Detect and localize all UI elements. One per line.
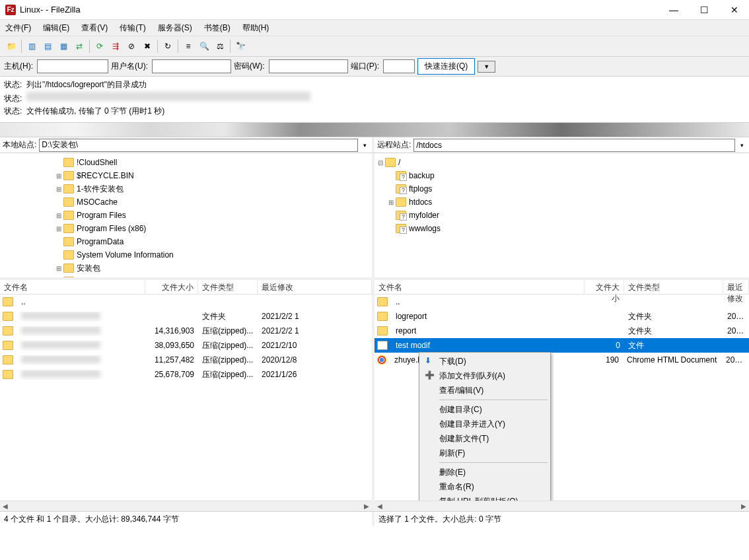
tree-item[interactable]: ⊞1-软件安装包 [1,182,371,195]
col-size[interactable]: 文件大小 [585,280,624,294]
status-label: 状态: [4,80,22,89]
compare-icon[interactable]: ⚖ [213,39,227,53]
file-row[interactable]: logreport文件夹2021/1/4 13:17:00 [374,309,749,324]
maximize-button[interactable]: ☐ [695,3,713,17]
menu-item[interactable]: 文件(F) [3,21,34,35]
remote-tree[interactable]: ⊟/backupftplogs⊞htdocsmyfolderwwwlogs [374,153,749,277]
file-name: logreport [392,312,585,321]
remote-site-input[interactable] [413,139,735,152]
local-list-header[interactable]: 文件名 文件大小 文件类型 最近修改 [0,280,372,295]
context-menu-item[interactable]: 删除(E) [421,465,549,479]
filter-icon[interactable]: ≡ [181,39,196,53]
context-menu-item[interactable]: 复制 URL 到剪贴板(O) [421,494,549,501]
menu-item[interactable]: 帮助(H) [240,21,272,35]
reconnect-icon[interactable]: ↻ [160,39,175,53]
port-input[interactable] [383,59,415,73]
toggle-queue-icon[interactable]: ▦ [56,39,71,53]
col-modified[interactable]: 最近修改 [723,280,749,294]
expand-icon[interactable]: ⊞ [54,265,63,272]
remote-hscrollbar[interactable]: ◀▶ [374,501,749,511]
file-row[interactable]: 38,093,650压缩(zipped)...2021/2/10 [0,338,372,353]
context-menu-item[interactable]: ⬇下载(D) [421,354,549,368]
local-hscrollbar[interactable]: ◀▶ [0,501,372,511]
pass-input[interactable] [269,59,348,73]
context-menu-item[interactable]: ➕添加文件到队列(A) [421,368,549,383]
tree-item[interactable]: backup [376,169,748,182]
file-row[interactable]: report文件夹2021/1/4 13:17:00 [374,324,749,338]
transfer-queue-tabs[interactable] [0,123,749,137]
menu-item[interactable]: 查看(V) [79,21,110,35]
context-menu-item[interactable]: 创建目录(C) [421,402,549,417]
col-name[interactable]: 文件名 [374,280,585,294]
expand-icon[interactable]: ⊞ [54,186,63,193]
local-file-list[interactable]: 文件名 文件大小 文件类型 最近修改 ..文件夹2021/2/2 114,316… [0,280,374,511]
expand-icon[interactable]: ⊞ [54,225,63,232]
col-type[interactable]: 文件类型 [624,280,723,294]
expand-icon[interactable]: ⊞ [386,199,396,206]
file-row[interactable]: .. [374,295,749,309]
file-type: 压缩(zipped)... [198,355,258,366]
context-menu-item[interactable]: 创建新文件(T) [421,431,549,446]
tree-item[interactable]: ⊞Program Files [1,209,371,222]
tree-item[interactable]: ⊞安装包 [1,262,371,275]
tree-item[interactable]: ProgramData [1,235,371,248]
toggle-log-icon[interactable]: ▤ [40,39,55,53]
minimize-button[interactable]: — [664,3,683,17]
tree-item[interactable]: ⊞F: (DATA1) [1,275,371,277]
file-row[interactable]: 文件夹2021/2/2 1 [0,309,372,324]
file-row[interactable]: test modif0文件 [374,338,749,353]
user-input[interactable] [152,59,231,73]
context-menu-item[interactable]: 查看/编辑(V) [421,383,549,398]
file-row[interactable]: 25,678,709压缩(zipped)...2021/1/26 [0,367,372,382]
tree-item[interactable]: MSOCache [1,195,371,209]
host-input[interactable] [37,59,108,73]
col-name[interactable]: 文件名 [0,280,145,294]
sitemanager-icon[interactable]: 📁 [4,39,18,53]
chevron-down-icon[interactable]: ▾ [361,142,369,149]
refresh-icon[interactable]: ⟳ [92,39,107,53]
local-tree[interactable]: !CloudShell⊞$RECYCLE.BIN⊞1-软件安装包MSOCache… [0,153,374,277]
remote-list-header[interactable]: 文件名 文件大小 文件类型 最近修改 [374,280,749,295]
process-queue-icon[interactable]: ⇶ [108,39,123,53]
col-modified[interactable]: 最近修改 [258,280,372,294]
expand-icon[interactable]: ⊞ [54,172,63,180]
status-log[interactable]: 状态: 列出"/htdocs/logreport"的目录成功 状态: 状态: 文… [0,77,749,123]
tree-item[interactable]: myfolder [376,209,748,222]
tree-item[interactable]: !CloudShell [1,156,371,169]
quickconnect-button[interactable]: 快速连接(Q) [417,58,475,75]
tree-item[interactable]: ftplogs [376,182,748,195]
menu-item[interactable]: 服务器(S) [155,21,195,35]
sync-browse-icon[interactable]: ⇄ [72,39,87,53]
file-row[interactable]: .. [0,295,372,309]
tree-item[interactable]: ⊞htdocs [376,195,748,209]
file-row[interactable]: 11,257,482压缩(zipped)...2020/12/8 [0,353,372,367]
tree-item[interactable]: System Volume Information [1,248,371,262]
file-modified: 2021/2/2 1 [258,312,372,321]
chevron-down-icon[interactable]: ▾ [738,142,746,149]
file-row[interactable]: 14,316,903压缩(zipped)...2021/2/2 1 [0,324,372,338]
cancel-icon[interactable]: ⊘ [124,39,139,53]
tree-item[interactable]: wwwlogs [376,222,748,235]
local-site-input[interactable] [39,139,358,152]
expand-icon[interactable]: ⊟ [376,159,385,166]
toggle-tree-icon[interactable]: ▥ [24,39,39,53]
tree-item[interactable]: ⊞$RECYCLE.BIN [1,169,371,182]
col-size[interactable]: 文件大小 [145,280,198,294]
quickconnect-dropdown[interactable]: ▼ [478,61,495,73]
tree-item[interactable]: ⊟/ [376,156,748,169]
pass-label: 密码(W): [234,61,265,72]
tree-item[interactable]: ⊞Program Files (x86) [1,222,371,235]
close-button[interactable]: ✕ [725,3,744,17]
menu-item[interactable]: 编辑(E) [40,21,72,35]
remote-file-list[interactable]: 文件名 文件大小 文件类型 最近修改 ..logreport文件夹2021/1/… [374,280,749,511]
context-menu-item[interactable]: 刷新(F) [421,446,549,460]
binoculars-icon[interactable]: 🔭 [233,39,248,53]
menu-item[interactable]: 传输(T) [117,21,148,35]
col-type[interactable]: 文件类型 [198,280,258,294]
search-icon[interactable]: 🔍 [197,39,211,53]
context-menu-item[interactable]: 创建目录并进入(Y) [421,417,549,431]
menu-item[interactable]: 书签(B) [201,21,233,35]
expand-icon[interactable]: ⊞ [54,212,63,219]
disconnect-icon[interactable]: ✖ [140,39,155,53]
context-menu-item[interactable]: 重命名(R) [421,479,549,494]
